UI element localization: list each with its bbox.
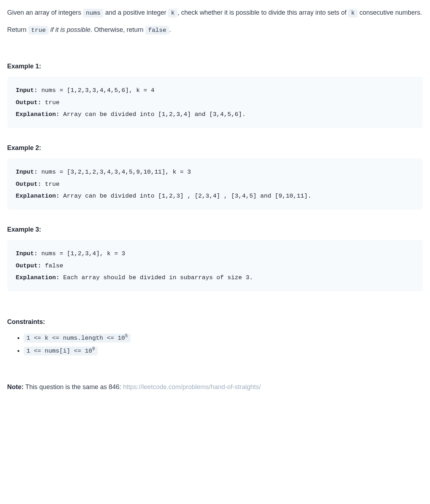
input-label: Input: bbox=[16, 87, 38, 94]
input-value: nums = [3,2,1,2,3,4,3,4,5,9,10,11], k = … bbox=[38, 169, 191, 175]
example-3-block: Input: nums = [1,2,3,4], k = 3 Output: f… bbox=[7, 240, 423, 291]
output-value: true bbox=[41, 181, 59, 188]
intro-text: and a positive integer bbox=[103, 9, 168, 16]
example-2-block: Input: nums = [3,2,1,2,3,4,3,4,5,9,10,11… bbox=[7, 158, 423, 209]
constraint-text: 1 <= k <= nums.length <= 10 bbox=[26, 335, 125, 341]
note-label: Note: bbox=[7, 383, 24, 391]
output-value: false bbox=[41, 262, 63, 269]
output-value: true bbox=[41, 99, 59, 106]
inline-code-k: k bbox=[168, 9, 177, 18]
input-label: Input: bbox=[16, 169, 38, 175]
intro-text: , check whether it is possible to divide… bbox=[177, 9, 348, 16]
constraint-sup: 5 bbox=[125, 334, 127, 339]
constraints-heading: Constraints: bbox=[7, 316, 423, 328]
note-section: Note: This question is the same as 846: … bbox=[7, 382, 423, 393]
constraints-list: 1 <= k <= nums.length <= 105 1 <= nums[i… bbox=[7, 332, 423, 357]
return-text: Return bbox=[7, 26, 28, 33]
return-text: . bbox=[169, 26, 171, 33]
example-2-heading: Example 2: bbox=[7, 142, 423, 154]
return-italic: if it is possible bbox=[49, 26, 91, 33]
input-value: nums = [1,2,3,3,4,4,5,6], k = 4 bbox=[38, 87, 154, 94]
constraint-sup: 9 bbox=[92, 347, 95, 352]
inline-code-nums: nums bbox=[83, 9, 103, 18]
explanation-label: Explanation: bbox=[16, 193, 59, 199]
constraint-item: 1 <= k <= nums.length <= 105 bbox=[24, 332, 423, 344]
return-statement: Return true if it is possible. Otherwise… bbox=[7, 24, 423, 36]
output-label: Output: bbox=[16, 99, 41, 106]
explanation-value: Each array should be divided in subarray… bbox=[59, 274, 253, 281]
return-text: . Otherwise, return bbox=[91, 26, 145, 33]
input-value: nums = [1,2,3,4], k = 3 bbox=[38, 250, 125, 257]
constraint-code: 1 <= k <= nums.length <= 105 bbox=[24, 334, 131, 343]
example-1-block: Input: nums = [1,2,3,3,4,4,5,6], k = 4 O… bbox=[7, 77, 423, 128]
intro-text: consecutive numbers. bbox=[358, 9, 422, 16]
problem-intro: Given an array of integers nums and a po… bbox=[7, 7, 423, 19]
constraint-code: 1 <= nums[i] <= 109 bbox=[24, 346, 98, 355]
explanation-label: Explanation: bbox=[16, 111, 59, 118]
inline-code-true: true bbox=[28, 26, 49, 35]
intro-text: Given an array of integers bbox=[7, 9, 83, 16]
note-text: This question is the same as 846: bbox=[24, 383, 123, 391]
constraint-item: 1 <= nums[i] <= 109 bbox=[24, 345, 423, 357]
output-label: Output: bbox=[16, 181, 41, 188]
input-label: Input: bbox=[16, 250, 38, 257]
explanation-value: Array can be divided into [1,2,3,4] and … bbox=[59, 111, 245, 118]
output-label: Output: bbox=[16, 262, 41, 269]
note-link[interactable]: https://leetcode.com/problems/hand-of-st… bbox=[123, 383, 261, 391]
inline-code-k: k bbox=[348, 9, 357, 18]
constraint-text: 1 <= nums[i] <= 10 bbox=[26, 348, 92, 354]
inline-code-false: false bbox=[145, 26, 169, 35]
example-3-heading: Example 3: bbox=[7, 224, 423, 235]
explanation-value: Array can be divided into [1,2,3] , [2,3… bbox=[59, 193, 311, 199]
example-1-heading: Example 1: bbox=[7, 61, 423, 72]
explanation-label: Explanation: bbox=[16, 274, 59, 281]
